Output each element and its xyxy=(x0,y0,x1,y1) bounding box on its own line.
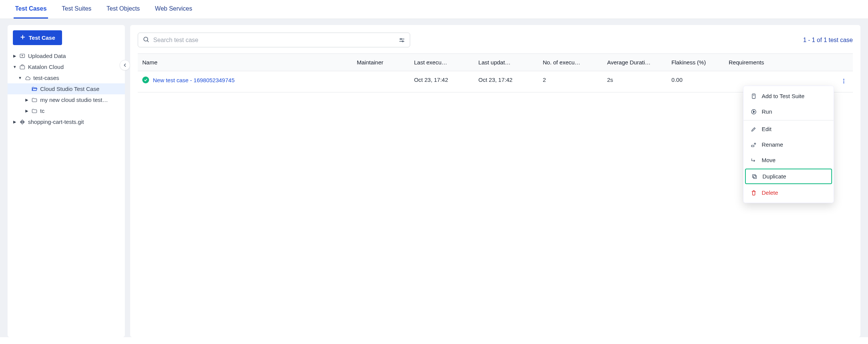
collapse-sidebar-button[interactable] xyxy=(120,60,130,70)
top-tabs: Test Cases Test Suites Test Objects Web … xyxy=(0,0,868,19)
menu-label: Delete xyxy=(762,189,778,196)
svg-rect-17 xyxy=(751,145,754,147)
chevron-down-icon: ▼ xyxy=(18,76,22,80)
svg-point-11 xyxy=(843,81,845,82)
tree-item-test-cases[interactable]: ▼ test-cases xyxy=(8,72,125,83)
menu-label: Run xyxy=(762,108,772,115)
menu-separator xyxy=(744,120,834,120)
col-maintainer[interactable]: Maintainer xyxy=(352,54,409,71)
menu-label: Edit xyxy=(762,126,772,132)
briefcase-icon xyxy=(19,64,26,70)
upload-icon xyxy=(19,53,26,59)
tree-label: my new cloud studio test… xyxy=(40,97,108,103)
tab-test-suites[interactable]: Test Suites xyxy=(60,0,93,19)
search-icon xyxy=(143,36,149,44)
svg-line-5 xyxy=(147,41,148,42)
menu-edit[interactable]: Edit xyxy=(744,121,834,137)
cell-flakiness: 0.00 xyxy=(667,71,724,92)
cell-last-executed: Oct 23, 17:42 xyxy=(409,71,474,92)
add-test-case-button[interactable]: Test Case xyxy=(13,30,62,45)
cell-avg-duration: 2s xyxy=(602,71,667,92)
folder-icon xyxy=(31,108,38,114)
git-icon xyxy=(19,119,26,125)
menu-run[interactable]: Run xyxy=(744,104,834,119)
tree-label: test-cases xyxy=(33,75,59,81)
chevron-right-icon: ▶ xyxy=(25,109,29,113)
menu-move[interactable]: Move xyxy=(744,152,834,168)
cell-maintainer xyxy=(352,71,409,92)
main-panel: 1 - 1 of 1 test case Name Maintainer Las… xyxy=(130,25,860,337)
svg-point-12 xyxy=(843,82,845,83)
tree-item-cloud-studio-test-case[interactable]: Cloud Studio Test Case xyxy=(8,83,125,94)
col-name[interactable]: Name xyxy=(138,54,352,71)
folder-icon xyxy=(31,97,38,103)
menu-duplicate[interactable]: Duplicate xyxy=(745,169,832,184)
play-icon xyxy=(750,109,757,115)
col-last-executed[interactable]: Last execu… xyxy=(409,54,474,71)
svg-rect-3 xyxy=(20,66,25,69)
svg-rect-18 xyxy=(753,175,756,178)
tree-label: Uploaded Data xyxy=(28,53,66,59)
filter-icon[interactable] xyxy=(398,37,405,44)
chevron-right-icon: ▶ xyxy=(13,54,17,58)
results-count: 1 - 1 of 1 test case xyxy=(803,37,853,44)
menu-label: Rename xyxy=(762,141,783,148)
svg-point-8 xyxy=(400,38,401,39)
menu-delete[interactable]: Delete xyxy=(744,185,834,200)
test-case-link[interactable]: New test case - 1698052349745 xyxy=(153,77,235,83)
tree-item-shopping-cart-tests[interactable]: ▶ shopping-cart-tests.git xyxy=(8,116,125,127)
duplicate-icon xyxy=(751,174,758,180)
svg-point-10 xyxy=(843,79,845,80)
svg-rect-19 xyxy=(753,174,756,177)
svg-point-4 xyxy=(144,37,148,41)
tree-label: shopping-cart-tests.git xyxy=(28,119,84,125)
add-button-label: Test Case xyxy=(29,34,55,41)
svg-marker-16 xyxy=(753,111,755,113)
svg-point-9 xyxy=(402,41,403,42)
menu-rename[interactable]: Rename xyxy=(744,137,834,152)
tree-item-uploaded-data[interactable]: ▶ Uploaded Data xyxy=(8,50,125,61)
chevron-down-icon: ▼ xyxy=(13,65,17,69)
cloud-icon xyxy=(24,75,31,81)
menu-add-to-test-suite[interactable]: Add to Test Suite xyxy=(744,88,834,104)
pencil-icon xyxy=(750,126,757,132)
tree-label: Cloud Studio Test Case xyxy=(40,86,99,92)
tree-item-tc[interactable]: ▶ tc xyxy=(8,105,125,116)
tree-label: tc xyxy=(40,108,45,114)
tree-label: Katalon Cloud xyxy=(28,64,64,70)
chevron-right-icon: ▶ xyxy=(25,98,29,102)
tab-test-cases[interactable]: Test Cases xyxy=(14,0,48,19)
tab-web-services[interactable]: Web Services xyxy=(154,0,194,19)
col-num-exec[interactable]: No. of execu… xyxy=(538,54,602,71)
rename-icon xyxy=(750,142,757,148)
tree-item-my-new-cloud-studio[interactable]: ▶ my new cloud studio test… xyxy=(8,94,125,105)
workspace: Test Case ▶ Uploaded Data ▼ Katalon Clou… xyxy=(0,19,868,337)
trash-icon xyxy=(750,190,757,196)
cell-num-exec: 2 xyxy=(538,71,602,92)
col-avg-duration[interactable]: Average Durati… xyxy=(602,54,667,71)
menu-label: Move xyxy=(762,157,776,163)
menu-label: Add to Test Suite xyxy=(762,93,804,99)
col-requirements[interactable]: Requirements xyxy=(724,54,810,71)
svg-rect-13 xyxy=(752,94,755,99)
status-passed-icon xyxy=(142,77,149,83)
tree-item-katalon-cloud[interactable]: ▼ Katalon Cloud xyxy=(8,61,125,72)
row-actions-kebab[interactable] xyxy=(839,77,848,87)
folder-open-icon xyxy=(31,86,38,92)
chevron-right-icon: ▶ xyxy=(13,120,17,124)
sidebar: Test Case ▶ Uploaded Data ▼ Katalon Clou… xyxy=(8,25,125,337)
col-last-updated[interactable]: Last updat… xyxy=(474,54,538,71)
plus-icon xyxy=(20,34,26,41)
move-icon xyxy=(750,157,757,163)
menu-label: Duplicate xyxy=(762,173,786,180)
search-box[interactable] xyxy=(138,33,410,47)
toolbar: 1 - 1 of 1 test case xyxy=(138,33,853,47)
row-context-menu: Add to Test Suite Run Edit Rename xyxy=(743,86,834,203)
search-input[interactable] xyxy=(153,37,395,44)
cell-last-updated: Oct 23, 17:42 xyxy=(474,71,538,92)
col-flakiness[interactable]: Flakiness (%) xyxy=(667,54,724,71)
file-icon xyxy=(750,93,757,99)
tab-test-objects[interactable]: Test Objects xyxy=(105,0,142,19)
tree: ▶ Uploaded Data ▼ Katalon Cloud ▼ test-c… xyxy=(8,50,125,127)
